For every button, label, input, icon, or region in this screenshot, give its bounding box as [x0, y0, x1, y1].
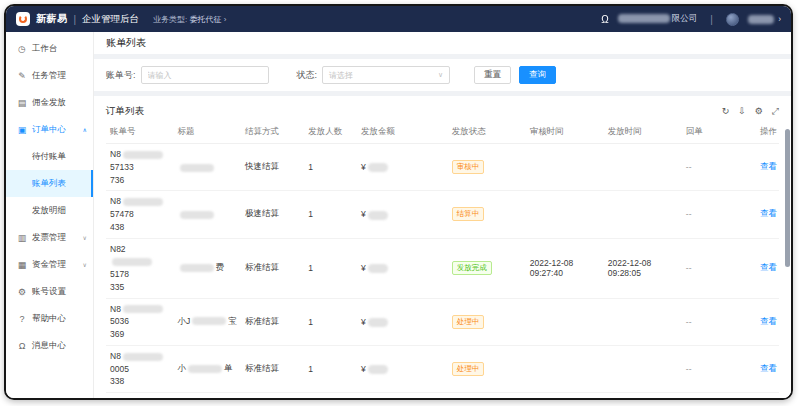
cell-billno: N825178335 [106, 238, 174, 298]
view-link[interactable]: 查看 [760, 363, 777, 373]
status-select[interactable]: 请选择 ∨ [322, 66, 450, 84]
reset-button[interactable]: 重置 [474, 66, 511, 84]
settings-icon[interactable]: ⚙ [755, 106, 763, 117]
cell-audit-time [526, 191, 604, 238]
redacted-blur [123, 305, 163, 313]
filter-bar: 账单号: 状态: 请选择 ∨ 重置 查询 [94, 59, 791, 91]
redacted-blur [368, 365, 388, 374]
redacted-blur [188, 365, 222, 373]
edit-icon: ✎ [16, 71, 28, 81]
status-badge: 发放完成 [452, 261, 492, 275]
billno-input[interactable] [141, 66, 269, 84]
sidebar-item-2[interactable]: ▤佣金发放 [6, 89, 93, 116]
cell-settle-method: 快速结算 [241, 144, 304, 191]
sidebar-item-5[interactable]: ▦资金管理∨ [6, 251, 93, 278]
redacted-blur [368, 264, 388, 273]
cell-audit-time [526, 345, 604, 392]
sidebar-item-label: 账号设置 [32, 286, 66, 298]
clock-icon: ◷ [16, 44, 28, 54]
sidebar-item-7[interactable]: ?帮助中心 [6, 305, 93, 332]
sidebar-subitem-3-1[interactable]: 账单列表 [6, 170, 93, 197]
user-name[interactable]: › [746, 14, 781, 24]
cell-payee-count: 1 [304, 238, 357, 298]
cell-payee-count: 1 [304, 393, 357, 399]
sidebar-subitem-3-2[interactable]: 发放明细 [6, 197, 93, 224]
cell-status: 审核中 [448, 393, 526, 399]
view-link[interactable]: 查看 [760, 161, 777, 171]
sidebar-item-4[interactable]: ▥发票管理∨ [6, 224, 93, 251]
user-avatar[interactable] [726, 13, 739, 26]
view-link[interactable]: 查看 [760, 262, 777, 272]
cell-settle-method: 标准结算 [241, 238, 304, 298]
cell-status: 处理中 [448, 345, 526, 392]
cell-status: 处理中 [448, 298, 526, 345]
cell-status: 结算中 [448, 191, 526, 238]
sidebar-item-0[interactable]: ◷工作台 [6, 35, 93, 62]
cell-settle-method: 标准结算 [241, 298, 304, 345]
status-badge: 结算中 [452, 207, 485, 221]
cell-receipt: -- [682, 191, 739, 238]
sidebar-item-1[interactable]: ✎任务管理 [6, 62, 93, 89]
cell-pay-time [604, 393, 682, 399]
status-filter-label: 状态: [297, 69, 318, 82]
business-type-value: 委托代征 [190, 15, 222, 24]
cell-settle-method: 极速结算 [241, 191, 304, 238]
sidebar-item-label: 佣金发放 [32, 97, 66, 109]
orders-table: 账单号标题结算方式发放人数发放金额发放状态审核时间发放时间回单操作 N85713… [106, 121, 779, 398]
redacted-blur [123, 151, 163, 159]
cell-receipt: -- [682, 238, 739, 298]
notification-bell-icon[interactable]: Ω [601, 13, 608, 25]
business-type-label: 业务类型: [153, 15, 187, 24]
column-header-9: 操作 [739, 121, 779, 144]
sidebar-item-3[interactable]: ▣订单中心∧ [6, 116, 93, 143]
cell-receipt: -- [682, 345, 739, 392]
bell-icon: Ω [16, 341, 28, 351]
company-name-redacted [618, 14, 670, 23]
refresh-icon[interactable]: ↻ [722, 106, 730, 117]
sidebar-item-label: 订单中心 [32, 124, 66, 136]
business-type[interactable]: 业务类型: 委托代征 › [153, 14, 226, 25]
app-subtitle: 企业管理后台 [82, 13, 139, 26]
caret-up-icon: ∧ [83, 126, 87, 133]
cell-action: 查看 [739, 393, 779, 399]
sidebar-item-8[interactable]: Ω消息中心 [6, 332, 93, 359]
sidebar-menu: ◷工作台✎任务管理▤佣金发放▣订单中心∧待付账单账单列表发放明细▥发票管理∨▦资… [6, 32, 94, 398]
sidebar-item-label: 工作台 [32, 43, 58, 55]
cell-pay-time [604, 298, 682, 345]
status-badge: 处理中 [452, 362, 485, 376]
cell-receipt: -- [682, 298, 739, 345]
page-title: 账单列表 [94, 32, 791, 54]
cell-payee-count: 1 [304, 191, 357, 238]
view-link[interactable]: 查看 [760, 208, 777, 218]
cell-billno: N857133736 [106, 144, 174, 191]
top-header: 新薪易 | 企业管理后台 业务类型: 委托代征 › Ω 限公司 | › [6, 6, 791, 32]
cell-amount: ¥ [357, 393, 448, 399]
table-row: N857133736快速结算1¥审核中--查看 [106, 144, 779, 191]
column-header-1: 标题 [174, 121, 242, 144]
query-button[interactable]: 查询 [519, 66, 556, 84]
invoice-icon: ▥ [16, 233, 28, 243]
table-row: N80005338小单标准结算1¥处理中--查看 [106, 345, 779, 392]
cell-action: 查看 [739, 144, 779, 191]
brand-divider: | [74, 14, 77, 25]
sidebar-subitem-3-0[interactable]: 待付账单 [6, 143, 93, 170]
fullscreen-icon[interactable]: ⤢ [772, 106, 779, 117]
redacted-blur [123, 198, 163, 206]
sidebar-item-label: 消息中心 [32, 340, 66, 352]
cell-billno: N80005338 [106, 345, 174, 392]
cell-action: 查看 [739, 298, 779, 345]
chevron-down-icon: › [778, 14, 781, 24]
cell-billno: N85036369 [106, 298, 174, 345]
redacted-blur [180, 164, 214, 172]
brand-logo-icon [16, 12, 30, 26]
vertical-scrollbar-thumb[interactable] [785, 129, 790, 267]
cell-action: 查看 [739, 238, 779, 298]
view-link[interactable]: 查看 [760, 316, 777, 326]
cell-status: 审核中 [448, 144, 526, 191]
cell-billno: N82903918 [106, 393, 174, 399]
cell-title: 单1207 [174, 393, 242, 399]
sidebar-item-6[interactable]: ⚙账号设置 [6, 278, 93, 305]
download-icon[interactable]: ⇩ [738, 106, 746, 117]
redacted-blur [368, 211, 388, 220]
gear-icon: ⚙ [16, 287, 28, 297]
